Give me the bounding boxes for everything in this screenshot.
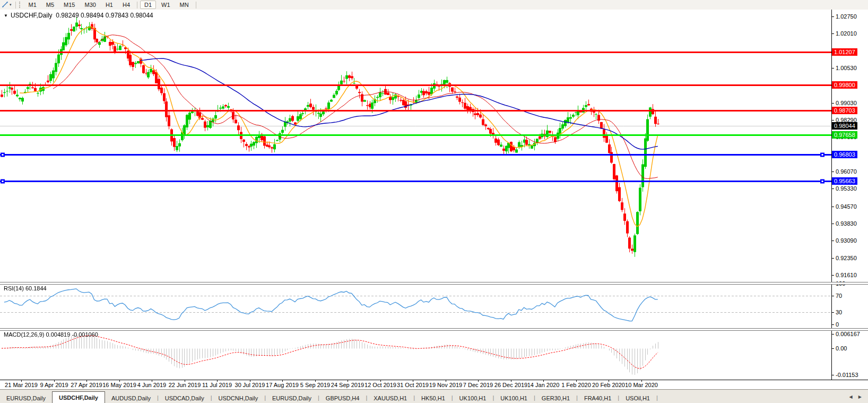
toolbar-grip[interactable] — [19, 2, 21, 8]
rsi-tick-mark — [832, 296, 834, 296]
price-tick-label: 0.99030 — [836, 100, 857, 106]
rsi-tick-mark — [832, 312, 834, 313]
chart-tab-GER30H1[interactable]: GER30,H1 — [535, 393, 576, 403]
price-tick-label: 0.96070 — [836, 168, 857, 175]
timeframe-button-M15[interactable]: M15 — [59, 1, 79, 9]
panel-splitter[interactable] — [0, 328, 868, 331]
chart-tab-USOilH1[interactable]: USOil,H1 — [619, 393, 656, 403]
timeframe-toolbar: ▾ M1M5M15M30H1H4D1W1MN — [0, 0, 868, 10]
date-label: 14 Jan 2020 — [527, 382, 560, 388]
price-level-tag: 0.99800 — [832, 81, 857, 89]
price-tick-mark — [832, 258, 834, 259]
price-level-tag: 0.97658 — [832, 131, 857, 139]
price-tick-mark — [832, 16, 834, 17]
date-label: 24 Sep 2019 — [331, 382, 364, 388]
tab-scroll-arrows: ◀ ▶ — [844, 395, 862, 399]
date-label: 17 Aug 2019 — [266, 382, 299, 388]
price-tick-label: 0.95330 — [836, 185, 857, 192]
date-label: 11 Jul 2019 — [202, 382, 232, 388]
macd-tick-mark — [832, 334, 834, 335]
chart-tab-EURUSDDaily[interactable]: EURUSD,Daily — [0, 393, 52, 403]
chart-tab-bar: EURUSD,DailyUSDCHF,DailyAUDUSD,Daily|USD… — [0, 389, 868, 403]
macd-tick-label: 0.00 — [836, 345, 847, 351]
price-tick-label: 0.92350 — [836, 255, 857, 261]
macd-tick-mark — [832, 348, 834, 349]
price-tick-mark — [832, 275, 834, 276]
chart-tab-XAUUSDH1[interactable]: XAUUSD,H1 — [367, 393, 413, 403]
timeframe-buttons: M1M5M15M30H1H4D1W1MN — [24, 1, 198, 9]
date-label: 9 Apr 2019 — [40, 382, 68, 388]
rsi-tick-label: 30 — [836, 309, 842, 315]
chart-tab-UK100H1[interactable]: UK100,H1 — [494, 393, 534, 403]
rsi-panel-canvas[interactable] — [0, 284, 831, 328]
macd-tick-mark — [832, 375, 834, 375]
chart-tab-EURUSDDaily[interactable]: EURUSD,Daily — [266, 393, 318, 403]
macd-tick-label: 0.006167 — [836, 331, 860, 337]
timeframe-button-M1[interactable]: M1 — [24, 1, 41, 9]
timeframe-button-H1[interactable]: H1 — [101, 1, 117, 9]
chart-tab-USDCHFDaily[interactable]: USDCHF,Daily — [52, 391, 105, 403]
chart-tab-USDCNHDaily[interactable]: USDCNH,Daily — [212, 393, 265, 403]
line-tools-icon — [2, 1, 8, 9]
title-caret-icon[interactable]: ▼ — [4, 13, 8, 18]
chart-symbol: USDCHF,Daily — [11, 12, 53, 19]
timeframe-button-MN[interactable]: MN — [176, 1, 193, 9]
price-tick-mark — [832, 33, 834, 34]
toolbar-separator — [196, 2, 196, 8]
tab-scroll-right-icon[interactable]: ▶ — [858, 395, 862, 399]
chart-tab-FRA40H1[interactable]: FRA40,H1 — [578, 393, 618, 403]
price-tick-label: 1.02010 — [836, 30, 857, 37]
date-label: 4 Jun 2019 — [137, 382, 166, 388]
price-tick-mark — [832, 207, 834, 207]
date-label: 22 Jun 2019 — [169, 382, 201, 388]
timeframe-button-H4[interactable]: H4 — [118, 1, 134, 9]
date-axis[interactable]: 21 Mar 20199 Apr 201927 Apr 201916 May 2… — [0, 380, 868, 389]
price-tick-label: 0.91610 — [836, 272, 857, 278]
timeframe-button-M30[interactable]: M30 — [80, 1, 100, 9]
date-label: 10 Mar 2020 — [625, 382, 658, 388]
price-tick-label: 0.94570 — [836, 203, 857, 210]
price-tick-mark — [832, 172, 834, 172]
dropdown-caret-icon[interactable]: ▾ — [10, 3, 12, 7]
macd-tick-label: -0.01153 — [836, 372, 858, 378]
main-chart-canvas[interactable] — [0, 10, 831, 282]
date-label: 16 May 2019 — [102, 382, 136, 388]
date-label: 5 Sep 2019 — [300, 382, 330, 388]
date-label: 26 Dec 2019 — [494, 382, 527, 388]
date-label: 7 Dec 2019 — [463, 382, 493, 388]
timeframe-button-D1[interactable]: D1 — [140, 1, 156, 9]
trading-terminal-window: ▾ M1M5M15M30H1H4D1W1MN ▼USDCHF,Daily 0.9… — [0, 0, 868, 403]
rsi-tick-mark — [832, 324, 834, 325]
date-label: 19 Nov 2019 — [429, 382, 462, 388]
timeframe-button-M5[interactable]: M5 — [42, 1, 58, 9]
price-tick-label: 0.93090 — [836, 237, 857, 244]
chart-ohlc-readout: 0.98249 0.98494 0.97843 0.98044 — [56, 12, 153, 19]
price-level-tag: 0.96803 — [832, 151, 857, 158]
tab-scroll-left-icon[interactable]: ◀ — [849, 395, 852, 399]
macd-panel-canvas[interactable] — [0, 330, 831, 380]
price-level-tag: 1.01207 — [832, 48, 857, 56]
timeframe-button-W1[interactable]: W1 — [157, 1, 175, 9]
price-tick-mark — [832, 241, 834, 241]
chart-tools-button[interactable]: ▾ — [0, 1, 13, 9]
price-tick-mark — [832, 68, 834, 68]
rsi-tick-label: 70 — [836, 293, 842, 299]
price-tick-mark — [832, 120, 834, 121]
date-label: 30 Jul 2019 — [235, 382, 265, 388]
chart-tab-GBPUSDH4[interactable]: GBPUSD,H4 — [319, 393, 366, 403]
date-label: 31 Oct 2019 — [397, 382, 429, 388]
chart-tab-HK50H1[interactable]: HK50,H1 — [415, 393, 452, 403]
price-tick-label: 0.93830 — [836, 220, 857, 227]
toolbar-separator — [15, 2, 16, 8]
chart-tab-USDCADDaily[interactable]: USDCAD,Daily — [159, 393, 211, 403]
price-level-tag: 0.95663 — [832, 177, 857, 185]
chart-tab-AUDUSDDaily[interactable]: AUDUSD,Daily — [105, 393, 157, 403]
price-level-tag: 0.98044 — [832, 122, 857, 130]
price-tick-label: 1.02750 — [836, 13, 857, 20]
tab-divider: | — [656, 395, 658, 401]
price-tick-mark — [832, 224, 834, 224]
chart-tab-UK100H1[interactable]: UK100,H1 — [453, 393, 493, 403]
panel-splitter[interactable] — [0, 282, 868, 285]
price-tick-mark — [832, 188, 834, 189]
date-label: 27 Apr 2019 — [71, 382, 102, 388]
